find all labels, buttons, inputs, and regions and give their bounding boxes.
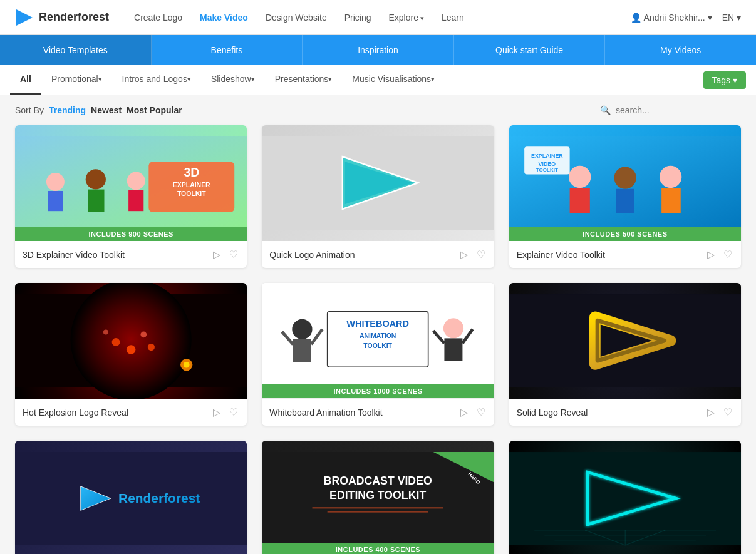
language-selector[interactable]: EN ▾	[722, 13, 741, 23]
card-thumbnail	[262, 125, 494, 241]
favorite-button[interactable]: ♡	[228, 247, 239, 262]
renderforest-logo-icon	[15, 8, 34, 27]
svg-rect-7	[128, 190, 143, 211]
play-button[interactable]: ▷	[706, 405, 716, 419]
card-thumbnail: Renderforest	[15, 441, 247, 554]
card-thumbnail	[15, 283, 247, 399]
svg-point-36	[293, 319, 313, 339]
blue-nav-bar: Video Templates Benefits Inspiration Qui…	[0, 35, 756, 65]
card-title: Hot Explosion Logo Reveal	[23, 408, 128, 418]
svg-rect-59	[313, 508, 443, 509]
blue-nav-video-templates[interactable]: Video Templates	[0, 35, 152, 65]
svg-point-27	[71, 283, 192, 399]
svg-point-30	[127, 345, 135, 354]
search-input[interactable]	[616, 105, 741, 115]
card-actions: ▷ ♡	[459, 247, 487, 262]
table-row: Solid Logo Reveal ▷ ♡	[509, 283, 741, 426]
user-name: Andrii Shekhir...	[644, 13, 705, 23]
svg-point-16	[569, 166, 591, 188]
sort-most-popular[interactable]: Most Popular	[127, 105, 182, 115]
card-badge: INCLUDES 400 SCENES	[262, 543, 494, 554]
svg-text:TOOLKIT: TOOLKIT	[177, 190, 206, 197]
svg-text:EXPLAINER: EXPLAINER	[173, 182, 210, 188]
card-actions: ▷ ♡	[212, 405, 239, 419]
svg-marker-0	[16, 9, 33, 26]
sort-controls: Sort By Trending Newest Most Popular	[15, 105, 182, 115]
play-button[interactable]: ▷	[459, 405, 469, 419]
category-nav: All Promotional Intros and Logos Slidesh…	[0, 65, 756, 95]
blue-nav-benefits[interactable]: Benefits	[152, 35, 303, 65]
card-footer: Hot Explosion Logo Reveal ▷ ♡	[15, 399, 247, 426]
favorite-button[interactable]: ♡	[475, 247, 487, 262]
svg-text:TOOLKIT: TOOLKIT	[364, 342, 393, 349]
search-icon: 🔍	[600, 105, 611, 115]
tags-button[interactable]: Tags ▾	[703, 71, 746, 89]
favorite-button[interactable]: ♡	[722, 405, 733, 419]
sort-by-label: Sort By	[15, 105, 44, 115]
card-footer: Explainer Video Toolkit ▷ ♡	[509, 241, 741, 268]
play-button[interactable]: ▷	[212, 247, 222, 262]
svg-rect-17	[569, 188, 589, 213]
sort-trending[interactable]: Trending	[49, 105, 86, 115]
cat-slideshow[interactable]: Slideshow	[201, 65, 265, 95]
card-thumbnail: EXPLAINER VIDEO TOOLKIT INCLUDES 500 SCE…	[509, 125, 741, 241]
table-row: 3D EXPLAINER TOOLKIT INCLUDES 900 SCENES…	[15, 125, 247, 268]
card-thumbnail-image: EXPLAINER VIDEO TOOLKIT	[509, 125, 741, 241]
svg-rect-3	[48, 191, 63, 211]
svg-text:3D: 3D	[184, 166, 199, 179]
play-button[interactable]: ▷	[459, 247, 469, 262]
table-row: Hot Explosion Logo Reveal ▷ ♡	[15, 283, 247, 426]
sort-newest[interactable]: Newest	[91, 105, 122, 115]
blue-nav-quick-start[interactable]: Quick start Guide	[454, 35, 606, 65]
card-actions: ▷ ♡	[706, 405, 733, 419]
svg-rect-19	[616, 189, 634, 213]
card-thumbnail-image: 3D EXPLAINER TOOLKIT	[15, 125, 247, 241]
nav-create-logo[interactable]: Create Logo	[134, 13, 182, 23]
card-thumbnail-image	[262, 125, 494, 241]
nav-design-website[interactable]: Design Website	[266, 13, 327, 23]
card-footer: Whiteboard Animation Toolkit ▷ ♡	[262, 399, 494, 426]
play-button[interactable]: ▷	[706, 247, 716, 262]
svg-rect-21	[661, 188, 681, 213]
cat-all[interactable]: All	[10, 65, 41, 95]
svg-point-20	[660, 166, 681, 188]
card-thumbnail-image	[15, 283, 247, 399]
nav-make-video[interactable]: Make Video	[200, 13, 248, 23]
card-title: 3D Explainer Video Toolkit	[23, 250, 125, 260]
user-menu[interactable]: 👤 Andrii Shekhir... ▾	[631, 13, 712, 23]
card-thumbnail-image	[509, 441, 741, 554]
card-footer: Quick Logo Animation ▷ ♡	[262, 241, 494, 268]
card-thumbnail-image	[509, 283, 741, 399]
svg-rect-41	[445, 338, 463, 361]
svg-text:TOOLKIT: TOOLKIT	[536, 167, 557, 173]
nav-explore[interactable]: Explore	[388, 13, 424, 23]
play-button[interactable]: ▷	[212, 405, 222, 419]
cat-presentations[interactable]: Presentations	[265, 65, 343, 95]
svg-rect-60	[328, 511, 428, 513]
favorite-button[interactable]: ♡	[475, 405, 487, 419]
card-thumbnail: 3D EXPLAINER TOOLKIT INCLUDES 900 SCENES	[15, 125, 247, 241]
card-title: Solid Logo Reveal	[517, 408, 588, 418]
blue-nav-inspiration[interactable]: Inspiration	[303, 35, 454, 65]
nav-learn[interactable]: Learn	[442, 13, 464, 23]
logo-text: Renderforest	[39, 11, 109, 24]
svg-point-40	[443, 318, 463, 338]
blue-nav-my-videos[interactable]: My Videos	[605, 35, 756, 65]
search-area: 🔍	[600, 105, 741, 115]
nav-pricing[interactable]: Pricing	[344, 13, 371, 23]
svg-rect-37	[293, 339, 311, 362]
favorite-button[interactable]: ♡	[722, 247, 733, 262]
cat-promotional[interactable]: Promotional	[41, 65, 112, 95]
favorite-button[interactable]: ♡	[228, 405, 239, 419]
table-row: Quick Logo Animation ▷ ♡	[262, 125, 494, 268]
card-actions: ▷ ♡	[706, 247, 733, 262]
logo-area[interactable]: Renderforest	[15, 8, 109, 27]
cat-intros-logos[interactable]: Intros and Logos	[112, 65, 201, 95]
cat-music-visualisations[interactable]: Music Visualisations	[342, 65, 445, 95]
card-thumbnail: HARD BROADCAST VIDEO EDITING TOOLKIT INC…	[262, 441, 494, 554]
svg-rect-5	[88, 190, 105, 212]
table-row: WHITEBOARD ANIMATION TOOLKIT INCLUDES 10…	[262, 283, 494, 426]
svg-text:ANIMATION: ANIMATION	[360, 332, 396, 339]
header: Renderforest Create Logo Make Video Desi…	[0, 0, 756, 35]
svg-text:Renderforest: Renderforest	[118, 491, 200, 505]
